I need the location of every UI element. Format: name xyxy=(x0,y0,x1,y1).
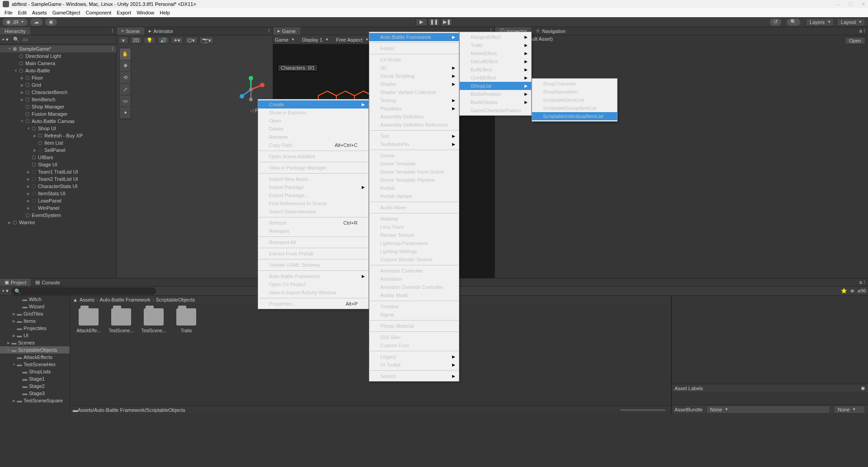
menu-item[interactable]: Timeline xyxy=(369,302,459,311)
tab-scene[interactable]: ⌗ Scene xyxy=(117,27,144,35)
menu-item[interactable]: Export Package... xyxy=(258,191,368,199)
folder-item[interactable]: ▬AttackEffects xyxy=(0,354,70,361)
menu-item[interactable]: Auto-Battle Framework▶ xyxy=(369,33,459,41)
hierarchy-item[interactable]: ▼⬡Auto-Battle Canvas xyxy=(0,118,116,125)
menu-item[interactable]: Properties...Alt+P xyxy=(258,300,368,308)
open-button[interactable]: Open xyxy=(845,37,865,44)
fx-toggle[interactable]: ✦▾ xyxy=(171,37,183,44)
menu-item[interactable]: Physic Material xyxy=(369,322,459,330)
hand-tool-icon[interactable]: ✋ xyxy=(120,48,131,60)
hierarchy-item[interactable]: ▶⬡Refresh - Buy XP xyxy=(0,132,116,139)
hierarchy-item[interactable]: ▼⬡Auto-Battle xyxy=(0,67,116,74)
menu-item[interactable]: Assembly Definition xyxy=(369,113,459,121)
folder-item[interactable]: ▬ShopLists xyxy=(0,368,70,375)
menu-item[interactable]: Shader▶ xyxy=(369,80,459,88)
menu-item[interactable]: Avatar Mask xyxy=(369,291,459,299)
hierarchy-item[interactable]: ⬡Item List xyxy=(0,139,116,146)
menu-item[interactable]: Traits▶ xyxy=(460,41,531,49)
menu-item[interactable]: Scene xyxy=(369,151,459,160)
lighting-toggle[interactable]: 💡 xyxy=(144,37,156,44)
menu-item[interactable]: Select Dependencies xyxy=(258,208,368,216)
folder-item[interactable]: ▬Witch xyxy=(0,296,70,303)
hierarchy-item[interactable]: ⬡Directional Light xyxy=(0,52,116,60)
hierarchy-scene[interactable]: ▼⬢SampleGame*⁝ xyxy=(0,45,116,52)
hierarchy-item[interactable]: ▶⬡ItemBench xyxy=(0,96,116,103)
folder-item[interactable]: ▬Stage1 xyxy=(0,375,70,382)
menu-item[interactable]: Create▶ xyxy=(258,100,368,108)
project-options-icon[interactable]: a ⁝ xyxy=(857,279,868,285)
assetbundle-variant-dropdown[interactable]: None▼ xyxy=(834,406,865,414)
menu-item[interactable]: View in Import Activity Window xyxy=(258,288,368,297)
menu-item[interactable]: Signal xyxy=(369,311,459,319)
menu-item[interactable]: Text▶ xyxy=(369,132,459,140)
menu-item[interactable]: GameCharacterFusion xyxy=(460,106,531,114)
hierarchy-item[interactable]: ▶⬡Team2 TraitList UI xyxy=(0,175,116,183)
project-search-input[interactable] xyxy=(11,288,156,295)
close-icon[interactable]: ✕ xyxy=(861,1,865,7)
menu-item[interactable]: Render Texture xyxy=(369,231,459,239)
hierarchy-item[interactable]: ⬡Shop Manager xyxy=(0,103,116,110)
menu-assets[interactable]: Assets xyxy=(29,10,50,15)
menu-item[interactable]: Prefab xyxy=(369,184,459,192)
hierarchy-search-input[interactable] xyxy=(22,37,114,42)
hierarchy-item[interactable]: ▶⬡LosePanel xyxy=(0,197,116,204)
menu-item[interactable]: Open C# Project xyxy=(258,280,368,288)
hierarchy-item[interactable]: ▶⬡Team1 TraitList UI xyxy=(0,168,116,175)
search-global-icon[interactable]: 🔍 xyxy=(787,19,800,26)
menu-item[interactable]: Scene Template xyxy=(369,160,459,168)
menu-item[interactable]: Lighting Settings xyxy=(369,247,459,255)
hierarchy-item[interactable]: ⬡EventSystem xyxy=(0,212,116,219)
cloud-icon[interactable]: ☁ xyxy=(30,19,42,26)
hierarchy-item[interactable]: ▶⬡WinPanel xyxy=(0,204,116,212)
tab-hierarchy[interactable]: Hierarchy xyxy=(0,27,30,35)
menu-item[interactable]: Import New Asset... xyxy=(258,175,368,183)
2d-toggle[interactable]: 2D xyxy=(130,37,142,44)
menu-item[interactable]: Animator Controller xyxy=(369,267,459,275)
hierarchy-options-icon[interactable]: ⁝ xyxy=(109,28,116,34)
asset-folder[interactable]: Traits xyxy=(174,308,198,333)
create-dropdown[interactable]: + ▾ xyxy=(2,288,9,294)
undo-history-icon[interactable]: ↺ xyxy=(770,19,781,26)
pause-button[interactable]: ❚❚ xyxy=(428,18,440,26)
menu-item[interactable]: Custom Render Texture xyxy=(369,255,459,264)
hierarchy-tree[interactable]: ▼⬢SampleGame*⁝ ⬡Directional Light⬡Main C… xyxy=(0,44,116,278)
menu-item[interactable]: OnHitEffect▶ xyxy=(460,74,531,82)
menu-file[interactable]: File xyxy=(2,10,15,15)
hierarchy-item[interactable]: ⬡Main Camera xyxy=(0,60,116,67)
draw-mode-dropdown[interactable]: ▾ xyxy=(118,37,128,44)
menu-item[interactable]: ShopGameItem xyxy=(532,88,617,96)
menu-item[interactable]: Testing▶ xyxy=(369,96,459,104)
menu-item[interactable]: Assembly Definition Reference xyxy=(369,121,459,129)
account-dropdown[interactable]: ◉ JR ▼ xyxy=(3,19,28,26)
menu-edit[interactable]: Edit xyxy=(15,10,29,15)
folder-item[interactable]: ▶▬Items xyxy=(0,317,70,325)
menu-item[interactable]: Lightmap Parameters xyxy=(369,239,459,247)
hierarchy-item[interactable]: ▼⬡Shop UI xyxy=(0,125,116,132)
menu-item[interactable]: Material xyxy=(369,215,459,223)
menu-item[interactable]: Reimport xyxy=(258,227,368,235)
menu-item[interactable]: Delete xyxy=(258,125,368,133)
menu-item[interactable]: BuffEffect▶ xyxy=(460,66,531,74)
menu-item[interactable]: Folder xyxy=(369,44,459,52)
menu-item[interactable]: ScriptableIndividualItemList xyxy=(532,112,617,120)
gizmo-toggle[interactable]: ⬡▾ xyxy=(185,37,198,44)
asset-folder[interactable]: AttackEffe... xyxy=(76,308,101,333)
audio-toggle[interactable]: 🔊 xyxy=(157,37,169,44)
transform-tool-icon[interactable]: ✦ xyxy=(120,107,131,119)
create-dropdown[interactable]: + ▾ xyxy=(2,37,9,42)
scene-options-icon[interactable]: ⁝ xyxy=(265,28,273,34)
menu-item[interactable]: Auto-Battle Framework▶ xyxy=(258,272,368,280)
menu-item[interactable]: Animator Override Controller xyxy=(369,283,459,291)
play-button[interactable]: ▶ xyxy=(415,18,427,26)
menu-item[interactable]: Custom Font xyxy=(369,341,459,349)
menu-item[interactable]: Playables▶ xyxy=(369,104,459,113)
menu-export[interactable]: Export xyxy=(114,10,134,15)
menu-item[interactable]: Import Package▶ xyxy=(258,183,368,191)
hierarchy-item[interactable]: ▶⬡CharacterStats UI xyxy=(0,183,116,190)
hierarchy-item[interactable]: ▶⬡Floor xyxy=(0,74,116,81)
maximize-icon[interactable]: ☐ xyxy=(849,1,853,7)
scale-tool-icon[interactable]: ⤢ xyxy=(120,84,131,95)
menu-item[interactable]: ScriptableDeckList xyxy=(532,96,617,104)
minimize-icon[interactable]: — xyxy=(835,1,840,7)
menu-gameobject[interactable]: GameObject xyxy=(50,10,83,15)
